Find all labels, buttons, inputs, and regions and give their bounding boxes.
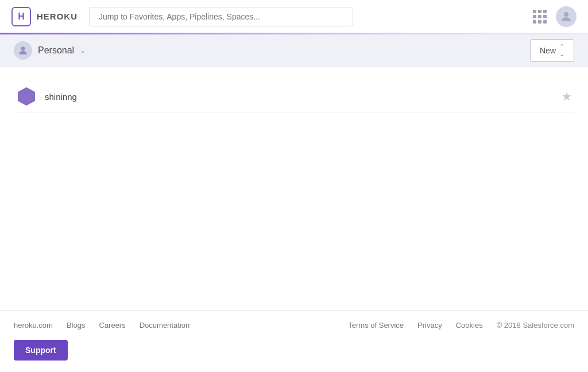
user-avatar-icon: [559, 10, 573, 24]
footer-link-blogs[interactable]: Blogs: [67, 321, 86, 330]
footer-link-terms[interactable]: Terms of Service: [348, 321, 404, 330]
app-list-item: shininng ★: [14, 80, 574, 113]
grid-dot: [533, 10, 536, 13]
grid-dot: [538, 15, 541, 18]
workspace-section: Personal ⌄: [14, 41, 86, 60]
app-name[interactable]: shininng: [45, 92, 562, 102]
support-button[interactable]: Support: [14, 340, 68, 361]
grid-dot: [538, 10, 541, 13]
workspace-avatar-icon: [17, 45, 29, 56]
footer-link-cookies[interactable]: Cookies: [456, 321, 483, 330]
search-input[interactable]: [89, 7, 353, 26]
apps-grid-icon[interactable]: [533, 10, 547, 24]
footer-link-documentation[interactable]: Documentation: [140, 321, 189, 330]
search-bar: [89, 7, 353, 26]
grid-dot: [533, 20, 536, 24]
svg-marker-2: [18, 87, 35, 106]
grid-dot: [538, 20, 541, 24]
support-area: Support: [0, 340, 588, 372]
header-actions: [533, 6, 577, 27]
app-hexagon-icon: [16, 86, 37, 107]
new-button-label: New: [540, 46, 556, 55]
workspace-name: Personal: [38, 45, 74, 56]
footer-right-links: Terms of Service Privacy Cookies © 2018 …: [348, 321, 574, 330]
workspace-chevron-icon[interactable]: ⌄: [80, 46, 86, 55]
heroku-logo[interactable]: H HEROKU: [11, 7, 78, 26]
grid-dot: [543, 15, 547, 18]
footer-link-careers[interactable]: Careers: [99, 321, 125, 330]
new-button-chevron-icon: ⌃⌄: [559, 43, 564, 58]
main-header: H HEROKU: [0, 0, 588, 34]
favorite-star-icon[interactable]: ★: [562, 90, 572, 103]
user-avatar[interactable]: [556, 6, 577, 27]
logo-icon: H: [11, 7, 31, 26]
hexagon-svg: [16, 86, 37, 107]
logo-text: HEROKU: [37, 11, 78, 21]
grid-dot: [543, 10, 547, 13]
svg-point-0: [564, 12, 568, 17]
main-content: shininng ★: [0, 67, 588, 310]
footer-left-links: heroku.com Blogs Careers Documentation: [14, 321, 189, 330]
workspace-avatar: [14, 41, 32, 60]
footer-link-privacy[interactable]: Privacy: [417, 321, 442, 330]
sub-header: Personal ⌄ New ⌃⌄: [0, 34, 588, 67]
footer: heroku.com Blogs Careers Documentation T…: [0, 310, 588, 340]
footer-copyright: © 2018 Salesforce.com: [497, 321, 574, 330]
grid-dot: [543, 20, 547, 24]
footer-link-heroku[interactable]: heroku.com: [14, 321, 53, 330]
svg-point-1: [21, 46, 25, 51]
grid-dot: [533, 15, 536, 18]
new-button[interactable]: New ⌃⌄: [530, 39, 574, 62]
